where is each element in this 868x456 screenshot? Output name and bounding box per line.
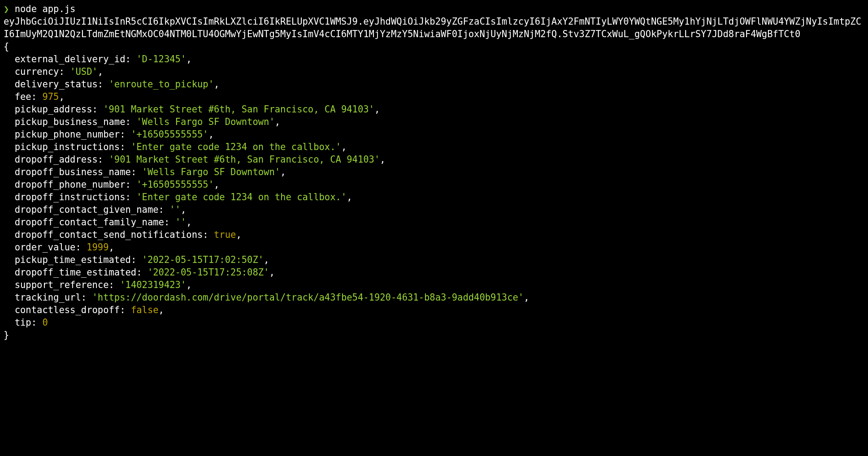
prompt-symbol: ❯ [4, 4, 9, 14]
field-value-tip: 0 [42, 317, 48, 328]
field-value-order_value: 1999 [87, 242, 108, 253]
field-value-dropoff_contact_family_name: '' [175, 217, 187, 228]
field-value-pickup_time_estimated: '2022-05-15T17:02:50Z' [142, 254, 264, 265]
field-key-dropoff_contact_given_name: dropoff_contact_given_name [15, 204, 159, 215]
field-key-pickup_instructions: pickup_instructions [15, 142, 120, 152]
field-value-dropoff_contact_send_notifications: true [214, 229, 236, 240]
field-key-currency: currency [15, 66, 59, 77]
field-key-tip: tip [15, 317, 31, 328]
field-value-dropoff_phone_number: '+16505555555' [136, 179, 214, 190]
field-value-dropoff_instructions: 'Enter gate code 1234 on the callbox.' [136, 192, 347, 202]
brace-close: } [4, 330, 9, 340]
field-value-currency: 'USD' [70, 66, 98, 77]
field-key-dropoff_instructions: dropoff_instructions [15, 192, 126, 202]
field-key-tracking_url: tracking_url [15, 292, 81, 303]
field-key-pickup_phone_number: pickup_phone_number [15, 129, 120, 140]
field-key-fee: fee [15, 91, 31, 102]
field-key-support_reference: support_reference [15, 280, 109, 290]
field-key-dropoff_address: dropoff_address [15, 154, 98, 165]
field-key-dropoff_phone_number: dropoff_phone_number [15, 179, 126, 190]
terminal-output[interactable]: ❯ node app.js eyJhbGciOiJIUzI1NiIsInR5cC… [4, 3, 864, 341]
jwt-token: eyJhbGciOiJIUzI1NiIsInR5cCI6IkpXVCIsImRk… [4, 16, 861, 39]
field-key-pickup_address: pickup_address [15, 104, 92, 115]
field-value-pickup_business_name: 'Wells Fargo SF Downtown' [136, 116, 275, 127]
field-key-order_value: order_value [15, 242, 76, 253]
field-value-dropoff_time_estimated: '2022-05-15T17:25:08Z' [148, 267, 269, 278]
field-value-external_delivery_id: 'D-12345' [136, 54, 186, 65]
field-value-delivery_status: 'enroute_to_pickup' [109, 79, 214, 90]
brace-open: { [4, 41, 9, 52]
field-key-dropoff_time_estimated: dropoff_time_estimated [15, 267, 137, 278]
field-value-tracking_url: 'https://doordash.com/drive/portal/track… [92, 292, 524, 303]
field-key-external_delivery_id: external_delivery_id [15, 54, 126, 65]
field-value-pickup_address: '901 Market Street #6th, San Francisco, … [103, 104, 374, 115]
field-value-pickup_phone_number: '+16505555555' [131, 129, 208, 140]
field-key-pickup_business_name: pickup_business_name [15, 116, 126, 127]
field-value-contactless_dropoff: false [131, 305, 159, 315]
field-key-contactless_dropoff: contactless_dropoff [15, 305, 120, 315]
field-value-dropoff_business_name: 'Wells Fargo SF Downtown' [142, 167, 281, 177]
field-value-pickup_instructions: 'Enter gate code 1234 on the callbox.' [131, 142, 341, 152]
command-text: node app.js [15, 4, 76, 14]
field-value-support_reference: '1402319423' [120, 280, 186, 290]
field-value-fee: 975 [42, 91, 59, 102]
field-key-pickup_time_estimated: pickup_time_estimated [15, 254, 131, 265]
field-value-dropoff_contact_given_name: '' [169, 204, 181, 215]
field-key-delivery_status: delivery_status [15, 79, 98, 90]
field-value-dropoff_address: '901 Market Street #6th, San Francisco, … [109, 154, 380, 165]
field-key-dropoff_business_name: dropoff_business_name [15, 167, 131, 177]
field-key-dropoff_contact_send_notifications: dropoff_contact_send_notifications [15, 229, 203, 240]
field-key-dropoff_contact_family_name: dropoff_contact_family_name [15, 217, 164, 228]
